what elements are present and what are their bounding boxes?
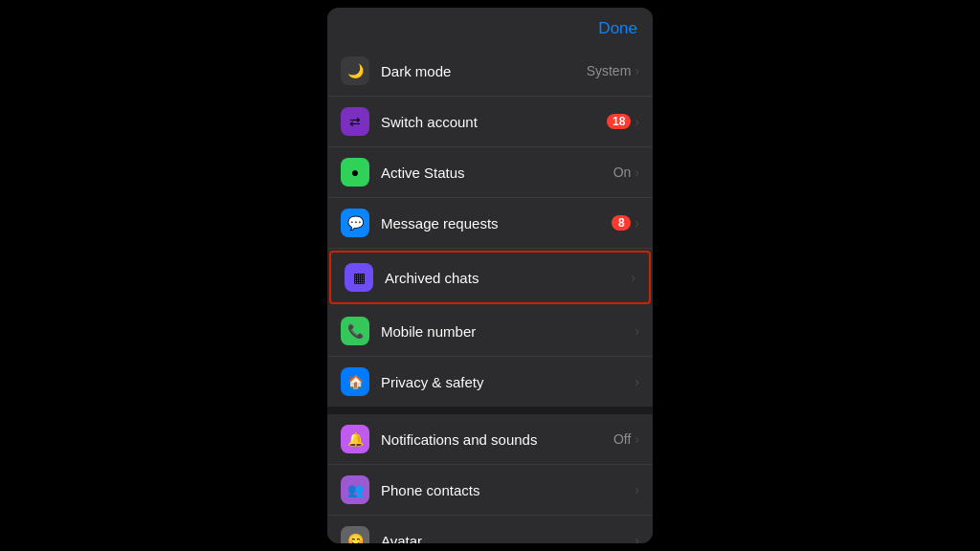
- dark-mode-value: System: [587, 63, 632, 78]
- active-status-label: Active Status: [381, 165, 613, 181]
- privacy-safety-chevron: ›: [635, 374, 639, 389]
- message-requests-label: Message requests: [381, 215, 612, 231]
- menu-item-archived-chats[interactable]: ▦Archived chats›: [329, 251, 651, 304]
- menu-item-mobile-number[interactable]: 📞Mobile number›: [327, 306, 653, 357]
- switch-account-badge: 18: [607, 114, 631, 129]
- avatar-chevron: ›: [635, 533, 639, 543]
- avatar-icon: 😊: [341, 526, 369, 543]
- done-button[interactable]: Done: [598, 19, 637, 38]
- menu-item-dark-mode[interactable]: 🌙Dark modeSystem›: [327, 46, 653, 97]
- privacy-safety-label: Privacy & safety: [381, 374, 635, 390]
- phone-contacts-label: Phone contacts: [381, 482, 635, 498]
- notifications-sounds-icon: 🔔: [341, 425, 369, 453]
- notifications-sounds-label: Notifications and sounds: [381, 431, 613, 448]
- mobile-number-label: Mobile number: [381, 323, 635, 340]
- phone-contacts-icon: 👥: [341, 475, 369, 504]
- header: Done: [327, 8, 653, 46]
- menu-item-avatar[interactable]: 😊Avatar›: [327, 516, 653, 543]
- message-requests-icon: 💬: [341, 209, 369, 237]
- dark-mode-label: Dark mode: [381, 63, 587, 79]
- switch-account-chevron: ›: [635, 114, 639, 129]
- active-status-value: On: [613, 165, 632, 180]
- dark-mode-chevron: ›: [635, 63, 639, 78]
- archived-chats-icon: ▦: [345, 263, 373, 292]
- phone-container: Done 🌙Dark modeSystem›⇄Switch account18›…: [327, 8, 653, 543]
- message-requests-chevron: ›: [635, 215, 639, 231]
- menu-item-switch-account[interactable]: ⇄Switch account18›: [327, 97, 653, 147]
- active-status-icon: ●: [341, 158, 369, 187]
- section-2: 🔔Notifications and soundsOff›👥Phone cont…: [327, 414, 653, 543]
- mobile-number-icon: 📞: [341, 317, 369, 345]
- settings-list: 🌙Dark modeSystem›⇄Switch account18›●Acti…: [327, 46, 653, 543]
- menu-item-active-status[interactable]: ●Active StatusOn›: [327, 147, 653, 198]
- archived-chats-label: Archived chats: [385, 270, 631, 286]
- active-status-chevron: ›: [635, 165, 639, 180]
- dark-mode-icon: 🌙: [341, 56, 369, 85]
- avatar-label: Avatar: [381, 533, 635, 544]
- privacy-safety-icon: 🏠: [341, 367, 369, 396]
- message-requests-badge: 8: [612, 215, 631, 231]
- phone-contacts-chevron: ›: [635, 482, 639, 497]
- menu-item-phone-contacts[interactable]: 👥Phone contacts›: [327, 465, 653, 516]
- notifications-sounds-chevron: ›: [635, 431, 639, 447]
- menu-item-privacy-safety[interactable]: 🏠Privacy & safety›: [327, 357, 653, 407]
- switch-account-label: Switch account: [381, 114, 607, 130]
- archived-chats-chevron: ›: [631, 270, 635, 285]
- notifications-sounds-value: Off: [613, 431, 631, 447]
- menu-item-message-requests[interactable]: 💬Message requests8›: [327, 198, 653, 249]
- section-1: 🌙Dark modeSystem›⇄Switch account18›●Acti…: [327, 46, 653, 407]
- mobile-number-chevron: ›: [635, 323, 639, 339]
- menu-item-notifications-sounds[interactable]: 🔔Notifications and soundsOff›: [327, 414, 653, 465]
- switch-account-icon: ⇄: [341, 107, 369, 136]
